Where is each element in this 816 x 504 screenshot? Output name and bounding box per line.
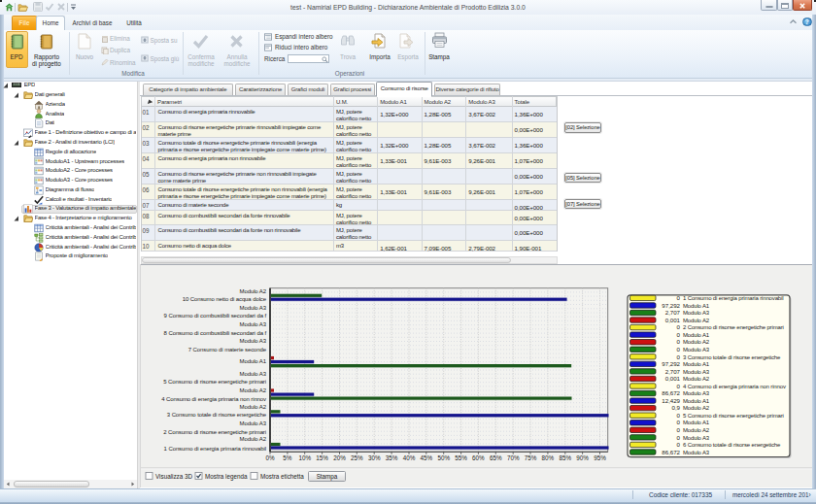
svg-text:2 Consumo di risorse energetic: 2 Consumo di risorse energetiche primari (163, 429, 266, 435)
svg-text:Stampa: Stampa (317, 473, 338, 481)
svg-text:70%: 70% (507, 454, 520, 461)
svg-text:Modulo A3: Modulo A3 (683, 310, 710, 316)
svg-text:10 Consumo netto di acqua dolc: 10 Consumo netto di acqua dolce (183, 296, 267, 302)
svg-text:65%: 65% (490, 454, 502, 461)
svg-text:2 Consumo di risorse energetic: 2 Consumo di risorse energetiche primari (683, 324, 784, 330)
svg-text:0: 0 (677, 353, 681, 360)
svg-text:0: 0 (677, 412, 681, 419)
svg-text:Modulo A1: Modulo A1 (683, 398, 710, 404)
svg-text:0: 0 (677, 426, 681, 433)
svg-text:60%: 60% (472, 454, 485, 461)
svg-text:Modulo A1: Modulo A1 (240, 358, 267, 364)
svg-text:Modulo A3: Modulo A3 (683, 347, 710, 353)
svg-text:0,001: 0,001 (665, 317, 681, 323)
svg-text:5%: 5% (283, 454, 292, 461)
svg-text:40%: 40% (403, 454, 416, 461)
svg-text:Modulo A3: Modulo A3 (240, 338, 267, 344)
svg-text:0: 0 (677, 338, 681, 345)
svg-text:Modulo A3: Modulo A3 (683, 450, 710, 455)
svg-text:Modulo A2: Modulo A2 (683, 405, 710, 411)
svg-text:3 Consumo totale di risorse en: 3 Consumo totale di risorse energetiche (683, 354, 781, 360)
svg-text:4 Consumo di energia primaria: 4 Consumo di energia primaria non rinnov (161, 396, 266, 402)
svg-text:9 Consumo di combustibili seco: 9 Consumo di combustibili secondari da f (164, 313, 267, 319)
svg-text:Modulo A3: Modulo A3 (683, 435, 710, 441)
svg-text:85%: 85% (559, 454, 571, 461)
svg-text:Modulo A2: Modulo A2 (240, 288, 267, 294)
svg-text:10%: 10% (298, 454, 311, 461)
svg-text:Modulo A3: Modulo A3 (683, 369, 710, 375)
svg-text:0: 0 (677, 434, 681, 441)
svg-text:55%: 55% (455, 454, 467, 461)
svg-text:Modulo A2: Modulo A2 (240, 436, 267, 442)
svg-text:Modulo A2: Modulo A2 (683, 318, 710, 323)
svg-text:97,292: 97,292 (662, 302, 680, 309)
svg-text:90%: 90% (576, 454, 589, 461)
svg-text:Modulo A2: Modulo A2 (240, 387, 267, 393)
svg-text:1 Consumo di energia primaria: 1 Consumo di energia primaria rinnovabil (164, 446, 266, 452)
svg-text:Modulo A1: Modulo A1 (683, 420, 710, 425)
svg-text:86,672: 86,672 (662, 389, 680, 396)
svg-text:Modulo A2: Modulo A2 (240, 404, 267, 410)
svg-text:97,292: 97,292 (662, 360, 680, 367)
svg-text:Mostra etichetta: Mostra etichetta (260, 473, 304, 480)
svg-text:Modulo A3: Modulo A3 (240, 305, 267, 311)
svg-text:95%: 95% (594, 454, 606, 461)
svg-text:Modulo A3: Modulo A3 (683, 390, 710, 396)
svg-text:0: 0 (677, 419, 681, 425)
svg-text:75%: 75% (525, 454, 537, 461)
svg-text:Modulo A3: Modulo A3 (240, 371, 267, 377)
svg-text:12,429: 12,429 (662, 397, 680, 404)
svg-text:30%: 30% (368, 454, 381, 461)
svg-text:50%: 50% (437, 454, 450, 461)
svg-text:6 Consumo totale di risorse en: 6 Consumo totale di risorse energetiche (683, 442, 781, 448)
svg-text:80%: 80% (542, 454, 555, 461)
svg-text:0: 0 (677, 294, 681, 301)
svg-text:7 Consumo di materie seconde: 7 Consumo di materie seconde (188, 347, 267, 353)
svg-text:2,707: 2,707 (665, 368, 681, 375)
svg-text:3 Consumo totale di risorse en: 3 Consumo totale di risorse energetiche (167, 412, 267, 418)
svg-text:8 Consumo di combustibili seco: 8 Consumo di combustibili secondari da f (164, 330, 267, 336)
svg-text:0: 0 (677, 441, 681, 448)
svg-text:0: 0 (677, 323, 681, 330)
svg-text:Visualizza 3D: Visualizza 3D (155, 473, 192, 480)
svg-text:20%: 20% (333, 454, 346, 461)
svg-text:0: 0 (677, 346, 681, 353)
svg-text:Modulo A1: Modulo A1 (683, 332, 710, 338)
svg-text:Modulo A1: Modulo A1 (683, 361, 710, 367)
svg-text:4 Consumo di energia primaria: 4 Consumo di energia primaria non rinnov (683, 384, 786, 389)
svg-text:0: 0 (677, 331, 681, 338)
svg-text:5 Consumo di risorse energetic: 5 Consumo di risorse energetiche primari (683, 413, 784, 419)
svg-text:5 Consumo di risorse energetic: 5 Consumo di risorse energetiche primari (163, 379, 266, 385)
svg-text:Modulo A3: Modulo A3 (240, 420, 267, 426)
svg-text:35%: 35% (386, 454, 398, 461)
svg-text:Modulo A2: Modulo A2 (683, 339, 710, 345)
svg-text:Modulo A3: Modulo A3 (240, 321, 267, 327)
svg-text:Modulo A2: Modulo A2 (683, 376, 710, 382)
svg-text:0%: 0% (265, 454, 275, 461)
svg-text:0,9: 0,9 (672, 404, 681, 411)
svg-text:1 Consumo di energia primaria: 1 Consumo di energia primaria rinnovabil (683, 295, 783, 301)
svg-text:0: 0 (677, 383, 681, 389)
svg-text:Modulo A1: Modulo A1 (683, 303, 710, 309)
svg-text:2,707: 2,707 (665, 309, 681, 316)
svg-text:Modulo A2: Modulo A2 (683, 427, 710, 433)
svg-text:Mostra legenda: Mostra legenda (205, 473, 248, 481)
svg-text:45%: 45% (420, 454, 432, 461)
svg-text:15%: 15% (316, 454, 328, 461)
svg-text:25%: 25% (351, 454, 363, 461)
svg-text:86,672: 86,672 (662, 449, 680, 455)
svg-text:0,001: 0,001 (665, 375, 681, 382)
